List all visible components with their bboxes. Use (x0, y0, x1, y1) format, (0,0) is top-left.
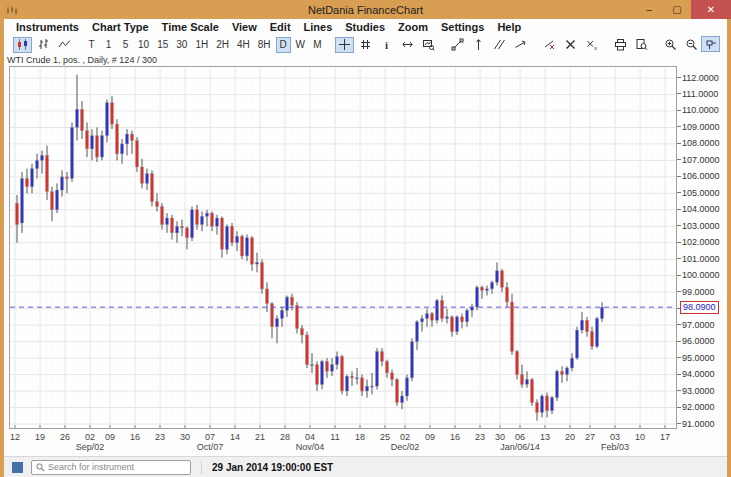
menu-settings[interactable]: Settings (441, 21, 484, 33)
vertical-line-icon[interactable] (469, 37, 488, 53)
candle (16, 195, 19, 243)
candle (101, 131, 104, 161)
menu-time-scale[interactable]: Time Scale (162, 21, 219, 33)
y-axis-label: 109.0000 (677, 122, 720, 132)
menu-view[interactable]: View (232, 21, 257, 33)
current-price-tag: 98.0900 (680, 301, 719, 314)
x-axis-label: 10 (629, 432, 651, 442)
x-axis-label: 21 (249, 432, 271, 442)
candle (411, 338, 414, 381)
delete-line-icon[interactable] (540, 37, 559, 53)
parallel-lines-icon[interactable] (490, 37, 509, 53)
menu-chart-type[interactable]: Chart Type (92, 21, 149, 33)
candle (461, 314, 464, 329)
timescale-m-button[interactable]: M (310, 37, 325, 53)
x-axis-label: 19 (29, 432, 51, 442)
menu-zoom[interactable]: Zoom (398, 21, 428, 33)
chart-zoom-icon[interactable] (419, 37, 438, 53)
ohlc-chart-icon[interactable] (34, 37, 53, 53)
candle (111, 96, 114, 129)
crosshair-icon[interactable] (335, 37, 354, 53)
close-button[interactable]: ✕ (691, 0, 731, 19)
candle (141, 159, 144, 189)
menu-edit[interactable]: Edit (270, 21, 291, 33)
delete-all-icon[interactable] (561, 37, 580, 53)
toolbar-group: i (334, 37, 439, 53)
print-preview-icon[interactable] (632, 37, 651, 53)
x-axis-label: 17 (654, 432, 676, 442)
zoom-in-icon[interactable] (661, 37, 680, 53)
candle (401, 391, 404, 409)
timescale-8h-button[interactable]: 8H (255, 37, 274, 53)
y-axis-label: 100.0000 (677, 270, 720, 280)
maximize-button[interactable]: ▢ (663, 0, 691, 19)
y-axis-label: 99.0000 (677, 287, 715, 297)
search-icon (36, 463, 45, 472)
candle (181, 220, 184, 237)
line-chart-icon[interactable] (55, 37, 74, 53)
y-axis-label: 92.0000 (677, 402, 715, 412)
timescale-1h-button[interactable]: 1H (192, 37, 211, 53)
window-controls: – ▢ ✕ (635, 0, 731, 19)
toolbar-group (610, 37, 652, 53)
candle (76, 75, 79, 141)
pan-icon[interactable] (398, 37, 417, 53)
info-icon[interactable]: i (377, 37, 396, 53)
candle (321, 360, 324, 390)
timescale-5-button[interactable]: 5 (118, 37, 133, 53)
candle (416, 320, 419, 350)
zoom-out-icon[interactable] (682, 37, 701, 53)
print-icon[interactable] (611, 37, 630, 53)
candle (126, 129, 129, 155)
candlestick-chart-icon[interactable] (13, 37, 32, 53)
menu-lines[interactable]: Lines (304, 21, 333, 33)
menu-help[interactable]: Help (497, 21, 521, 33)
candle (21, 172, 24, 233)
candle (531, 378, 534, 406)
timescale-4h-button[interactable]: 4H (234, 37, 253, 53)
candle (61, 170, 64, 196)
minimize-button[interactable]: – (635, 0, 663, 19)
delete-selected-icon[interactable]: x (582, 37, 601, 53)
x-axis-label: 04 (299, 432, 321, 442)
candle (601, 302, 604, 322)
price-chart-canvas[interactable] (10, 67, 676, 428)
timescale-15-button[interactable]: 15 (154, 37, 171, 53)
trend-line-icon[interactable] (448, 37, 467, 53)
candle (571, 353, 574, 371)
svg-text:i: i (385, 39, 388, 51)
candle (446, 309, 449, 324)
y-axis-label: 103.0000 (677, 221, 720, 231)
toolbar-group: x (539, 37, 602, 53)
menu-instruments[interactable]: Instruments (16, 21, 79, 33)
x-axis-month-label: Nov/04 (280, 442, 340, 452)
menu-studies[interactable]: Studies (345, 21, 385, 33)
x-axis-label: 09 (99, 432, 121, 442)
timescale-t-button[interactable]: T (84, 37, 99, 53)
pin-icon[interactable] (701, 36, 720, 52)
candle (471, 304, 474, 317)
y-axis-label: 106.0000 (677, 171, 720, 181)
chart-region: 112.0000111.0000110.0000109.0000108.0000… (4, 66, 727, 429)
plot-box (9, 66, 677, 429)
timescale-2h-button[interactable]: 2H (213, 37, 232, 53)
candle (191, 207, 194, 242)
timescale-10-button[interactable]: 10 (135, 37, 152, 53)
grid-icon[interactable] (356, 37, 375, 53)
timescale-30-button[interactable]: 30 (173, 37, 190, 53)
candle (56, 183, 59, 213)
candle (66, 172, 69, 193)
timescale-d-button[interactable]: D (276, 37, 291, 53)
x-axis-label: 07 (199, 432, 221, 442)
candle (376, 348, 379, 389)
candle (246, 235, 249, 261)
candle (511, 294, 514, 355)
ray-line-icon[interactable] (511, 37, 530, 53)
candle (311, 353, 314, 373)
timescale-1-button[interactable]: 1 (101, 37, 116, 53)
candle (306, 332, 309, 368)
y-axis-label: 93.0000 (677, 386, 715, 396)
candle (396, 378, 399, 406)
search-input[interactable] (48, 462, 186, 472)
timescale-w-button[interactable]: W (293, 37, 308, 53)
